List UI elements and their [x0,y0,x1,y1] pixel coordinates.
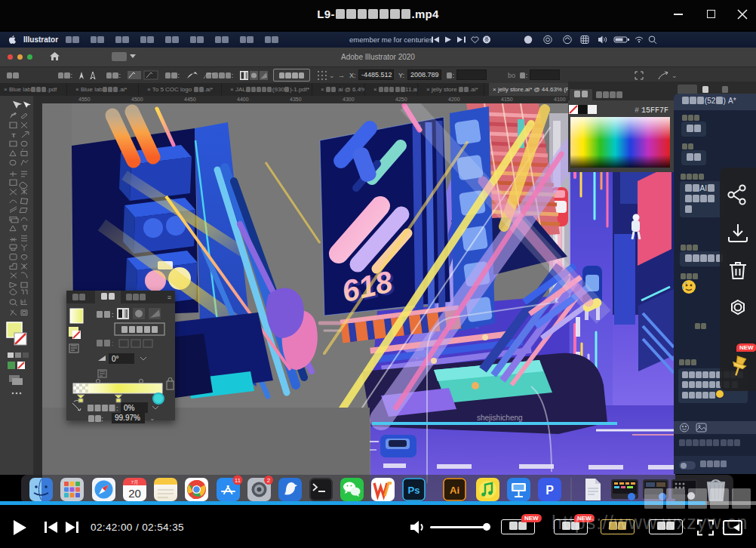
svg-text::: : [112,340,114,347]
svg-text:2: 2 [267,477,271,484]
svg-text::: : [116,405,118,412]
svg-text:T: T [11,132,15,139]
svg-text:shejishicheng: shejishicheng [477,414,523,422]
svg-text:Ps: Ps [408,485,420,496]
svg-text:20: 20 [128,487,141,500]
svg-text:11: 11 [235,477,241,484]
svg-text:0°: 0° [112,355,119,363]
svg-text:15FF7F: 15FF7F [641,106,668,115]
svg-text::: : [112,311,114,319]
svg-text:P: P [545,484,554,497]
svg-text:0%: 0% [124,404,135,412]
svg-text:7月: 7月 [131,480,138,485]
svg-text:#: # [635,106,639,115]
svg-text:Ai: Ai [450,485,459,496]
